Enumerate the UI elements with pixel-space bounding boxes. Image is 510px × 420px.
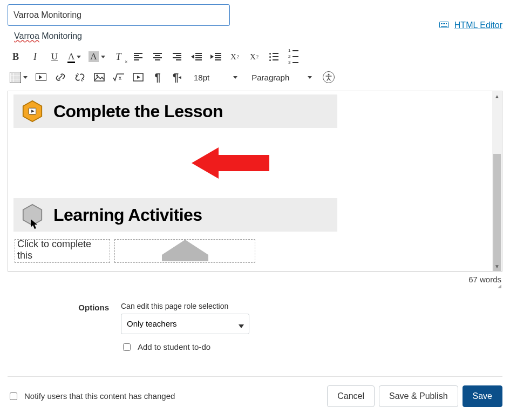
notify-users-checkbox[interactable]	[10, 392, 17, 400]
scroll-up-button[interactable]: ▲	[492, 91, 502, 101]
svg-point-10	[328, 73, 330, 75]
save-button[interactable]: Save	[463, 385, 502, 407]
svg-rect-2	[441, 23, 442, 24]
align-right-button[interactable]	[171, 50, 183, 64]
svg-rect-3	[443, 23, 444, 24]
embed-video-button[interactable]	[132, 70, 144, 84]
svg-point-7	[96, 74, 98, 77]
edit-role-select[interactable]: Only teachers	[121, 314, 249, 334]
add-to-todo-checkbox[interactable]	[123, 343, 131, 351]
media-button[interactable]	[35, 70, 47, 84]
editor-scrollbar[interactable]: ▲ ▼	[492, 91, 502, 271]
complete-lesson-banner: Complete the Lesson	[13, 94, 337, 128]
scroll-down-button[interactable]: ▼	[492, 261, 502, 271]
placeholder-cell-text[interactable]: Click to complete this	[15, 239, 110, 263]
activities-hexagon-icon	[21, 204, 44, 226]
svg-text:x: x	[119, 75, 121, 81]
indent-button[interactable]	[210, 50, 222, 64]
outdent-button[interactable]	[191, 50, 202, 64]
svg-rect-1	[441, 26, 447, 27]
background-color-button[interactable]: A	[89, 50, 105, 64]
svg-marker-14	[162, 240, 208, 261]
learning-activities-banner: Learning Activities	[13, 198, 337, 232]
play-hexagon-icon	[21, 100, 44, 123]
svg-rect-0	[439, 22, 448, 28]
table-button[interactable]	[10, 70, 28, 84]
word-count: 67 words	[8, 275, 501, 284]
bullet-list-button[interactable]	[268, 50, 280, 64]
accessibility-checker-button[interactable]	[323, 70, 335, 84]
superscript-button[interactable]: X2	[229, 50, 241, 64]
editor-toolbar: B I U A A T× X2 X2 123 x ¶ ¶◂ 18pt Parag…	[8, 45, 502, 91]
numbered-list-button[interactable]: 123	[288, 50, 300, 64]
red-left-arrow-icon	[192, 147, 487, 179]
cancel-button[interactable]: Cancel	[327, 385, 375, 407]
subscript-button[interactable]: X2	[249, 50, 261, 64]
text-color-button[interactable]: A	[68, 50, 81, 64]
block-format-dropdown[interactable]: Paragraph	[248, 72, 315, 83]
keyboard-icon	[439, 21, 451, 30]
align-left-button[interactable]	[132, 50, 144, 64]
add-to-todo-option[interactable]: Add to student to-do	[121, 342, 249, 353]
save-and-publish-button[interactable]: Save & Publish	[379, 385, 458, 407]
font-size-dropdown[interactable]: 18pt	[191, 72, 241, 83]
italic-button[interactable]: I	[29, 50, 41, 64]
page-title-overlay: Varroa Monitoring	[8, 26, 89, 46]
page-title-input[interactable]	[8, 4, 230, 26]
options-section-label: Options	[71, 302, 109, 312]
clear-formatting-button[interactable]: T×	[113, 50, 125, 64]
scroll-thumb[interactable]	[493, 154, 501, 272]
link-button[interactable]	[55, 70, 66, 84]
bold-button[interactable]: B	[10, 50, 22, 64]
underline-button[interactable]: U	[49, 50, 60, 64]
cursor-icon	[30, 219, 38, 229]
editor-content-area[interactable]: Complete the Lesson Learning Activities …	[8, 91, 502, 272]
align-center-button[interactable]	[152, 50, 164, 64]
resize-grip-icon[interactable]: ◢	[8, 285, 501, 288]
html-editor-toggle[interactable]: HTML Editor	[439, 21, 502, 30]
rtl-button[interactable]: ¶◂	[171, 70, 183, 84]
svg-rect-4	[444, 23, 445, 24]
ltr-button[interactable]: ¶	[152, 70, 164, 84]
notify-users-option[interactable]: Notify users that this content has chang…	[8, 391, 175, 402]
unlink-button[interactable]	[74, 70, 86, 84]
equation-button[interactable]: x	[113, 70, 125, 84]
role-selection-label: Can edit this page role selection	[121, 302, 249, 310]
image-button[interactable]	[93, 70, 105, 84]
placeholder-cell-shape[interactable]	[114, 239, 255, 263]
svg-rect-5	[446, 23, 447, 24]
